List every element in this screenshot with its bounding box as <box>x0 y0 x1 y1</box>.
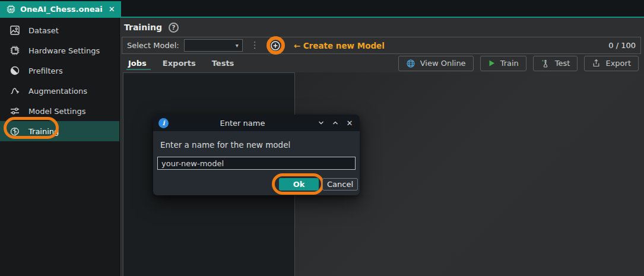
help-icon[interactable]: ? <box>169 23 179 33</box>
plus-circle-icon <box>270 40 281 51</box>
enter-name-dialog: i Enter name ✕ Enter a name for the new … <box>153 115 360 195</box>
chip-icon <box>9 45 21 56</box>
sidebar-item-training[interactable]: Training <box>0 121 119 141</box>
sidebar-item-label: Hardware Settings <box>28 46 100 55</box>
train-button[interactable]: Train <box>480 56 526 71</box>
ok-button[interactable]: Ok <box>279 178 319 191</box>
view-online-button[interactable]: View Online <box>398 56 474 71</box>
tab-label: Exports <box>163 59 196 68</box>
shade-down-icon[interactable] <box>316 118 326 128</box>
sidebar-item-dataset[interactable]: Dataset <box>0 20 119 40</box>
dialog-title: Enter name <box>172 119 313 128</box>
globe-icon <box>406 59 415 68</box>
select-model-dropdown[interactable]: ▾ <box>184 39 243 52</box>
dialog-close-icon[interactable]: ✕ <box>345 118 354 128</box>
ai-chip-icon: AI <box>6 4 16 14</box>
sidebar-item-label: Augmentations <box>28 87 87 96</box>
sidebar-item-label: Model Settings <box>28 107 85 116</box>
model-counter: 0 / 100 <box>608 41 636 50</box>
tab-jobs[interactable]: Jobs <box>128 54 147 72</box>
brain-icon <box>9 125 21 137</box>
sidebar-item-model-settings[interactable]: Model Settings <box>0 101 119 121</box>
tab-label: Tests <box>212 59 234 68</box>
button-label: Train <box>500 59 519 68</box>
tab-exports[interactable]: Exports <box>163 54 196 72</box>
chevron-down-icon: ▾ <box>236 42 239 49</box>
sidebar-item-prefilters[interactable]: Prefilters <box>0 61 119 81</box>
sidebar-item-label: Training <box>28 127 59 136</box>
close-icon[interactable]: ✕ <box>109 5 115 14</box>
button-label: Test <box>555 59 570 68</box>
sliders-icon <box>9 105 21 117</box>
top-tab-bar: AI OneAI_Chess.oneai ✕ <box>0 0 644 18</box>
flask-icon <box>541 59 550 68</box>
grip-handle-icon[interactable]: ⋮ <box>250 41 259 50</box>
model-toolbar: Select Model: ▾ ⋮ ← Create new Model 0 /… <box>122 37 641 54</box>
page-title: Training <box>124 23 162 32</box>
shade-up-icon[interactable] <box>331 118 340 128</box>
action-buttons: View Online Train Test <box>398 56 644 71</box>
play-icon <box>488 59 496 67</box>
svg-text:AI: AI <box>9 7 12 11</box>
export-icon <box>592 59 601 68</box>
tab-label: Jobs <box>128 59 147 68</box>
dataset-icon <box>9 24 21 36</box>
create-model-button[interactable] <box>265 37 285 54</box>
dialog-titlebar[interactable]: i Enter name ✕ <box>153 115 360 131</box>
create-new-model-label[interactable]: ← Create new Model <box>294 41 385 50</box>
tabs-row: Jobs Exports Tests View Online <box>120 54 644 72</box>
export-button[interactable]: Export <box>584 56 639 71</box>
app-window: AI OneAI_Chess.oneai ✕ Dataset <box>0 0 644 276</box>
main-header: Training ? <box>120 18 644 37</box>
model-name-input[interactable] <box>157 157 356 170</box>
sidebar-item-label: Dataset <box>28 26 59 35</box>
sidebar-item-augmentations[interactable]: Augmentations <box>0 81 119 101</box>
button-label: Export <box>605 59 631 68</box>
info-icon: i <box>158 118 169 128</box>
dialog-window-controls: ✕ <box>316 118 354 128</box>
curve-arrow-icon <box>9 85 21 97</box>
sidebar-item-label: Prefilters <box>28 66 63 75</box>
tab-tests[interactable]: Tests <box>212 54 234 72</box>
test-button[interactable]: Test <box>533 56 578 71</box>
document-tab-title: OneAI_Chess.oneai <box>20 5 103 14</box>
cancel-button[interactable]: Cancel <box>322 178 358 191</box>
button-label: View Online <box>420 59 466 68</box>
sidebar-item-hardware-settings[interactable]: Hardware Settings <box>0 40 119 61</box>
dialog-message: Enter a name for the new model <box>160 140 290 150</box>
select-model-label: Select Model: <box>127 41 179 50</box>
document-tab[interactable]: AI OneAI_Chess.oneai ✕ <box>0 1 121 17</box>
contrast-circle-icon <box>9 65 21 77</box>
sidebar: Dataset Hardware Settings <box>0 18 120 276</box>
